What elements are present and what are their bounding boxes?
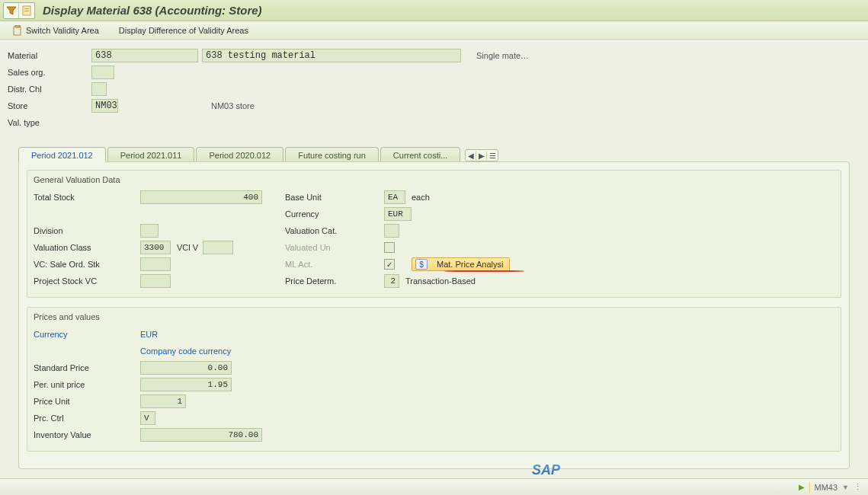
vclv-field[interactable] bbox=[203, 241, 233, 254]
store-label: Store bbox=[8, 101, 91, 110]
ml-act-checkbox[interactable]: ✓ bbox=[384, 259, 395, 270]
switch-validity-label: Switch Validity Area bbox=[26, 26, 99, 35]
valuation-cat-label: Valuation Cat. bbox=[285, 226, 384, 235]
material-label: Material bbox=[8, 51, 91, 60]
division-field[interactable] bbox=[140, 224, 159, 238]
material-type-text: Single mate… bbox=[476, 51, 529, 60]
tab-period-2021-011[interactable]: Period 2021.011 bbox=[107, 147, 195, 162]
store-id-field[interactable]: NM03 bbox=[91, 99, 118, 113]
company-code-currency-label[interactable]: Company code currency bbox=[140, 346, 231, 356]
distrchl-label: Distr. Chl bbox=[8, 85, 91, 94]
transaction-code: MM43 bbox=[815, 483, 838, 492]
material-desc-field[interactable]: 638 testing material bbox=[202, 49, 461, 62]
price-determ-label: Price Determ. bbox=[285, 276, 384, 286]
switch-icon bbox=[12, 25, 23, 36]
project-stock-label: Project Stock VC bbox=[34, 276, 140, 286]
base-unit-field[interactable]: EA bbox=[384, 190, 405, 204]
standard-price-field[interactable]: 0.00 bbox=[140, 361, 232, 375]
search-dollar-icon: $ bbox=[415, 259, 428, 270]
per-unit-price-field[interactable]: 1.95 bbox=[140, 378, 232, 391]
base-unit-desc: each bbox=[412, 193, 430, 202]
application-toolbar: Switch Validity Area Display Difference … bbox=[0, 21, 868, 40]
statusbar-handle-icon[interactable]: ⋮ bbox=[854, 482, 862, 492]
display-difference-label: Display Difference of Validity Areas bbox=[119, 26, 248, 35]
vc-sale-ord-field[interactable] bbox=[140, 257, 171, 271]
tab-nav-left-icon[interactable]: ◀ bbox=[466, 152, 476, 160]
material-id-field[interactable]: 638 bbox=[91, 49, 198, 62]
currency-label: Currency bbox=[285, 209, 384, 219]
valuated-un-checkbox[interactable] bbox=[384, 242, 395, 253]
salesorg-label: Sales org. bbox=[8, 68, 91, 77]
prices-currency-label[interactable]: Currency bbox=[34, 330, 140, 339]
mat-price-analysis-label: Mat. Price Analysi bbox=[437, 260, 503, 269]
distrchl-field[interactable] bbox=[91, 82, 107, 96]
vc-sale-ord-label: VC: Sale Ord. Stk bbox=[34, 260, 140, 269]
svg-rect-1 bbox=[24, 8, 29, 9]
price-unit-label: Price Unit bbox=[34, 397, 140, 406]
prc-ctrl-field[interactable]: V bbox=[140, 411, 155, 425]
tab-period-2020-012[interactable]: Period 2020.012 bbox=[196, 147, 283, 162]
red-underline-annotation bbox=[444, 270, 524, 272]
inventory-value-field[interactable]: 780.00 bbox=[140, 428, 262, 442]
valuation-class-field[interactable]: 3300 bbox=[140, 241, 171, 254]
status-divider bbox=[809, 482, 810, 493]
valuation-class-label: Valuation Class bbox=[34, 243, 140, 252]
status-indicator-icon: ▶ bbox=[799, 483, 805, 491]
inventory-value-label: Inventory Value bbox=[34, 430, 140, 439]
window-title: Display Material 638 (Accounting: Store) bbox=[43, 4, 262, 17]
mat-price-analysis-button[interactable]: $ Mat. Price Analysi bbox=[412, 257, 510, 271]
total-stock-label: Total Stock bbox=[34, 193, 140, 202]
base-unit-label: Base Unit bbox=[285, 193, 384, 202]
svg-rect-3 bbox=[14, 27, 21, 35]
header-area: Material 638 638 testing material Single… bbox=[0, 40, 868, 477]
titlebar-icon-group bbox=[3, 2, 35, 19]
sap-logo: SAP bbox=[532, 462, 560, 478]
svg-rect-4 bbox=[15, 25, 20, 27]
standard-price-label: Standard Price bbox=[34, 363, 140, 372]
status-bar: ▶ MM43 ▼ ⋮ bbox=[0, 478, 868, 495]
tab-nav: ◀ ▶ ☰ bbox=[465, 149, 498, 161]
display-difference-button[interactable]: Display Difference of Validity Areas bbox=[114, 24, 253, 37]
currency-field[interactable]: EUR bbox=[384, 207, 412, 221]
valuated-un-label: Valuated Un bbox=[285, 243, 384, 252]
salesorg-field[interactable] bbox=[91, 65, 114, 79]
price-unit-field[interactable]: 1 bbox=[140, 394, 186, 408]
project-stock-field[interactable] bbox=[140, 274, 171, 288]
svg-rect-2 bbox=[24, 11, 29, 11]
division-label: Division bbox=[34, 226, 140, 235]
prices-values-title: Prices and values bbox=[34, 312, 834, 321]
prices-currency-value: EUR bbox=[140, 330, 232, 339]
per-unit-price-label: Per. unit price bbox=[34, 380, 140, 389]
valuation-cat-field[interactable] bbox=[384, 224, 399, 238]
general-valuation-title: General Valuation Data bbox=[34, 175, 834, 184]
vclv-label: VCl V bbox=[177, 243, 198, 252]
ml-act-checkmark: ✓ bbox=[386, 260, 392, 269]
price-determ-desc: Transaction-Based bbox=[405, 276, 476, 286]
filter-icon[interactable] bbox=[4, 3, 19, 18]
price-determ-field[interactable]: 2 bbox=[384, 274, 399, 288]
dropdown-icon[interactable]: ▼ bbox=[842, 484, 849, 491]
tab-nav-list-icon[interactable]: ☰ bbox=[487, 152, 498, 160]
ml-act-label: ML Act. bbox=[285, 260, 384, 269]
switch-validity-area-button[interactable]: Switch Validity Area bbox=[8, 24, 104, 37]
tab-period-2021-012[interactable]: Period 2021.012 bbox=[18, 147, 106, 162]
prices-values-group: Prices and values Currency EUR Company c… bbox=[27, 307, 841, 452]
prc-ctrl-label: Prc. Ctrl bbox=[34, 414, 140, 423]
tabstrip: Period 2021.012 Period 2021.011 Period 2… bbox=[18, 146, 860, 161]
detail-icon[interactable] bbox=[19, 3, 34, 18]
store-desc-text: NM03 store bbox=[211, 101, 255, 110]
tab-current-costing[interactable]: Current costi... bbox=[380, 147, 461, 162]
valtype-label: Val. type bbox=[8, 118, 91, 127]
general-valuation-group: General Valuation Data Total Stock 400 B… bbox=[27, 170, 841, 298]
tab-future-costing[interactable]: Future costing run bbox=[285, 147, 379, 162]
window-titlebar: Display Material 638 (Accounting: Store) bbox=[0, 0, 868, 21]
total-stock-field[interactable]: 400 bbox=[140, 190, 262, 204]
tab-content: General Valuation Data Total Stock 400 B… bbox=[18, 161, 850, 469]
tab-nav-right-icon[interactable]: ▶ bbox=[476, 152, 487, 160]
